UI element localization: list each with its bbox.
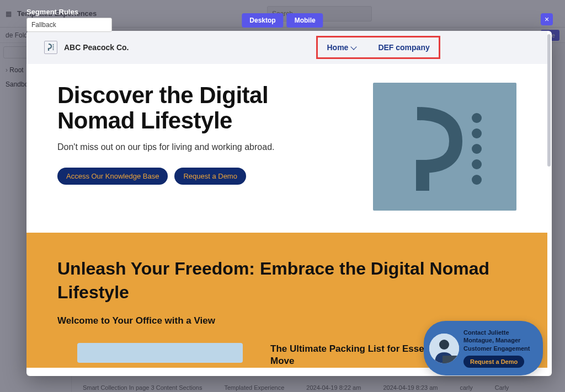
nav-home[interactable]: Home — [327, 43, 356, 52]
scrollbar-thumb[interactable] — [547, 34, 551, 167]
site-header: ABC Peacock Co. Home DEF company — [26, 31, 547, 64]
site-company-name: ABC Peacock Co. — [64, 43, 129, 52]
hero-image-placeholder — [373, 83, 516, 211]
segment-select[interactable]: Fallback — [26, 18, 112, 32]
svg-rect-11 — [443, 356, 458, 363]
avatar — [429, 334, 459, 363]
hero-buttons: Access Our Knowledge Base Request a Demo — [57, 168, 351, 185]
nav-home-label: Home — [327, 43, 348, 52]
segment-rules-label: Segment Rules — [26, 8, 78, 16]
contact-line1: Contact Juliette — [463, 329, 533, 336]
orange-title: Unleash Your Freedom: Embrace the Digita… — [57, 257, 516, 304]
chevron-down-icon — [351, 44, 357, 50]
site-logo-icon — [44, 41, 57, 54]
device-toggle: Desktop Mobile — [242, 13, 323, 28]
mobile-button[interactable]: Mobile — [287, 13, 323, 28]
scrollbar[interactable] — [547, 34, 551, 373]
svg-point-2 — [53, 47, 54, 49]
nav-def-company[interactable]: DEF company — [378, 43, 429, 52]
svg-point-7 — [472, 159, 482, 169]
hero-subtitle: Don't miss out on our tips for living an… — [57, 142, 351, 152]
site-nav-highlight: Home DEF company — [316, 36, 440, 59]
close-button[interactable]: × — [541, 13, 553, 25]
contact-line3: Customer Engagement — [463, 345, 533, 352]
svg-point-6 — [472, 144, 482, 154]
contact-bubble: Contact Juliette Montague, Manager Custo… — [424, 321, 543, 375]
desktop-button[interactable]: Desktop — [242, 13, 283, 28]
contact-line2: Montague, Manager — [463, 336, 533, 344]
svg-point-8 — [472, 175, 482, 185]
svg-point-10 — [439, 340, 449, 350]
svg-point-5 — [472, 128, 482, 138]
card-image-placeholder — [77, 343, 243, 363]
hero-section: Discover the Digital Nomad Lifestyle Don… — [26, 64, 547, 233]
bubble-demo-button[interactable]: Request a Demo — [463, 356, 524, 368]
svg-point-0 — [53, 44, 54, 45]
knowledge-base-button[interactable]: Access Our Knowledge Base — [57, 168, 168, 185]
svg-point-4 — [472, 113, 482, 123]
hero-title: Discover the Digital Nomad Lifestyle — [57, 83, 351, 133]
request-demo-button[interactable]: Request a Demo — [174, 168, 246, 185]
svg-point-1 — [53, 46, 54, 47]
svg-point-3 — [53, 49, 54, 50]
hero-left: Discover the Digital Nomad Lifestyle Don… — [57, 83, 351, 211]
contact-text: Contact Juliette Montague, Manager Custo… — [463, 329, 533, 352]
